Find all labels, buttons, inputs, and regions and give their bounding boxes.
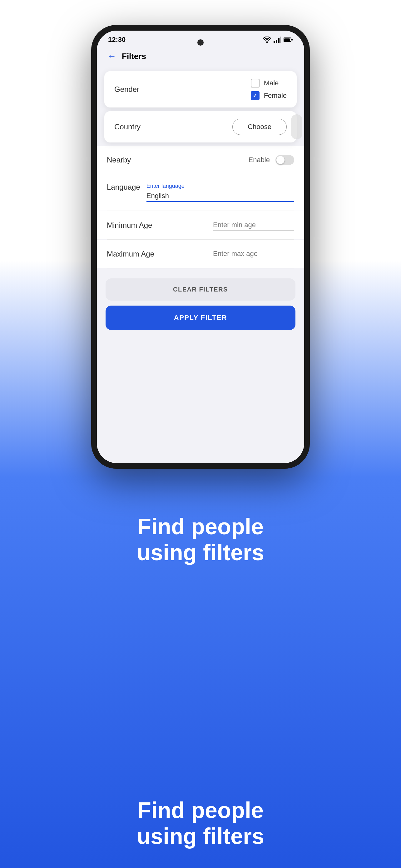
svg-rect-7: [291, 39, 293, 41]
floating-cards-area: Gender Male: [97, 66, 304, 143]
svg-point-0: [266, 41, 268, 43]
language-section: Language Enter language: [97, 174, 304, 211]
signal-icon: [274, 36, 281, 43]
status-time: 12:30: [108, 36, 126, 44]
main-content-area: Nearby Enable Language Enter: [97, 146, 304, 337]
slide-handle: [291, 114, 302, 140]
buttons-section: CLEAR FILTERS APPLY FILTER: [97, 269, 304, 337]
svg-rect-2: [276, 40, 277, 43]
language-input-group: Enter language: [146, 183, 294, 202]
svg-rect-3: [278, 38, 279, 43]
tagline-section: Find people using filters: [101, 514, 300, 565]
checkmark-icon: ✓: [253, 92, 257, 99]
nearby-section: Nearby Enable: [97, 146, 304, 174]
country-label: Country: [114, 122, 140, 131]
gender-section: Gender Male: [104, 71, 297, 107]
svg-rect-6: [284, 38, 290, 41]
country-section: Country Choose: [104, 111, 297, 143]
checkbox-group: Male ✓ Female: [251, 79, 287, 100]
min-age-label: Minimum Age: [107, 221, 152, 230]
country-card: Country Choose: [104, 111, 297, 143]
tagline-container: Find people using filters: [137, 797, 264, 849]
app-header: ← Filters: [97, 46, 304, 66]
female-label: Female: [264, 92, 287, 100]
page-title: Filters: [122, 52, 146, 61]
female-checkbox[interactable]: ✓: [251, 91, 260, 100]
male-label: Male: [264, 79, 279, 87]
svg-rect-4: [280, 36, 281, 43]
language-floating-label: Enter language: [146, 183, 294, 189]
max-age-input[interactable]: [213, 248, 294, 259]
min-age-section: Minimum Age: [97, 211, 304, 239]
nearby-enable-label: Enable: [248, 156, 270, 164]
phone-screen: 12:30: [97, 31, 304, 463]
male-checkbox[interactable]: [251, 79, 260, 88]
phone-frame: 12:30: [91, 25, 310, 469]
scroll-content[interactable]: Gender Male: [97, 66, 304, 463]
wifi-icon: [263, 36, 271, 43]
gender-label: Gender: [114, 85, 139, 94]
battery-icon: [283, 37, 293, 42]
apply-filter-button[interactable]: APPLY FILTER: [106, 306, 295, 330]
max-age-section: Maximum Age: [97, 240, 304, 268]
camera-dot: [197, 39, 204, 45]
nearby-toggle[interactable]: [275, 155, 294, 165]
max-age-label: Maximum Age: [107, 250, 154, 258]
toggle-knob: [276, 156, 285, 164]
tagline-line1: Find people using filters: [101, 514, 300, 565]
gender-card: Gender Male: [104, 71, 297, 107]
phone-wrapper: Find people using filters 12:30: [91, 25, 310, 469]
clear-filters-button[interactable]: CLEAR FILTERS: [106, 278, 295, 301]
female-option[interactable]: ✓ Female: [251, 91, 287, 100]
status-icons: [263, 36, 293, 43]
svg-rect-1: [274, 41, 275, 43]
back-arrow-icon: ←: [107, 51, 116, 61]
back-button[interactable]: ←: [106, 50, 118, 62]
male-option[interactable]: Male: [251, 79, 287, 88]
min-age-input[interactable]: [213, 220, 294, 230]
language-label: Language: [107, 183, 140, 191]
nearby-label: Nearby: [107, 156, 131, 164]
nearby-right: Enable: [248, 155, 294, 165]
language-input[interactable]: [146, 191, 294, 202]
choose-country-button[interactable]: Choose: [232, 119, 287, 135]
tagline-text: Find people using filters: [137, 797, 264, 849]
